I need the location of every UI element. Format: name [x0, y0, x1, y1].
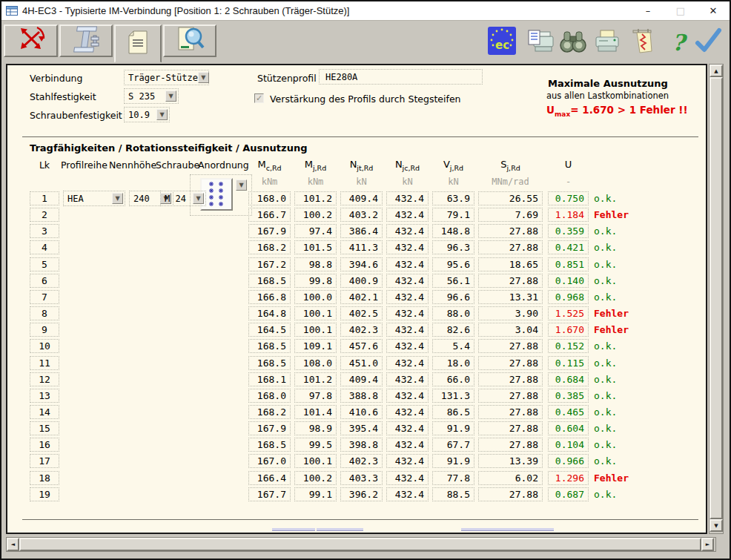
value-cell: 164.5 [248, 323, 291, 337]
binoculars-search-button[interactable] [558, 27, 589, 58]
confirm-button[interactable] [692, 27, 724, 58]
utilization-cell: 1.525 [548, 306, 589, 320]
value-cell: 99.1 [294, 487, 337, 501]
value-cell: 98.9 [294, 421, 337, 435]
value-cell: 168.0 [248, 389, 291, 403]
value-cell: 96.3 [432, 240, 474, 254]
row-number-cell[interactable]: 16 [30, 438, 59, 452]
help-button[interactable]: ? [663, 27, 694, 58]
clipped-text-fragment [317, 528, 363, 531]
scroll-right-button[interactable]: ► [701, 538, 714, 551]
value-cell: 167.9 [248, 224, 291, 238]
help-icon: ? [672, 30, 685, 56]
close-button[interactable]: ✕ [697, 1, 730, 20]
value-cell: 66.0 [432, 372, 474, 386]
utilization-cell: 1.184 [548, 208, 589, 222]
checkmark-icon [693, 27, 723, 58]
value-cell: 457.6 [340, 339, 383, 353]
value-cell: 432.4 [386, 323, 429, 337]
value-cell: 386.4 [340, 224, 383, 238]
row-number-cell[interactable]: 14 [30, 405, 59, 419]
value-cell: 18.0 [432, 356, 474, 370]
horizontal-scrollbar[interactable]: ◄ ► [6, 537, 716, 552]
row-number-cell[interactable]: 5 [30, 257, 59, 271]
scroll-left-button[interactable]: ◄ [7, 538, 19, 551]
beam-profile-button[interactable] [59, 24, 113, 57]
value-cell: 432.4 [386, 487, 429, 501]
app-window: 4H-EC3 - Typisierte IM-Verbindung [Posit… [0, 0, 731, 560]
value-cell: 403.2 [340, 208, 383, 222]
row-number-cell[interactable]: 17 [30, 454, 59, 468]
value-cell: 388.8 [340, 389, 383, 403]
utilization-cell: 0.750 [548, 191, 589, 205]
row-number-cell[interactable]: 19 [30, 487, 59, 501]
result-column-unit: - [542, 177, 595, 187]
status-label: o.k. [594, 225, 617, 237]
row-number-cell[interactable]: 15 [30, 421, 59, 435]
status-label: o.k. [594, 374, 617, 385]
value-cell: 3.90 [478, 306, 543, 320]
row-number-cell[interactable]: 7 [30, 290, 59, 304]
row-number-cell[interactable]: 6 [30, 274, 59, 288]
value-cell: 432.4 [386, 208, 429, 222]
value-cell: 409.4 [340, 372, 383, 386]
row-number-cell[interactable]: 18 [30, 471, 59, 485]
row-number-cell[interactable]: 9 [30, 323, 59, 337]
value-cell: 101.2 [294, 372, 337, 386]
scroll-down-button[interactable]: ▼ [710, 519, 723, 532]
scroll-up-button[interactable]: ▲ [710, 65, 723, 77]
status-label: o.k. [594, 275, 617, 286]
ec-text: ec [495, 39, 509, 52]
value-cell: 402.1 [340, 290, 383, 304]
protocol-notes-button[interactable] [627, 27, 658, 58]
value-cell: 26.55 [478, 191, 543, 205]
clipped-text-fragment [272, 528, 315, 531]
value-cell: 27.88 [478, 487, 543, 501]
result-column-header: Vj,Rd [432, 159, 474, 172]
utilization-cell: 0.684 [548, 372, 589, 386]
protocol-icon [628, 26, 658, 59]
vertical-scrollbar[interactable]: ▲ ▼ [709, 64, 724, 534]
row-number-cell[interactable]: 8 [30, 306, 59, 320]
value-cell: 27.88 [478, 240, 543, 254]
row-number-cell[interactable]: 10 [30, 339, 59, 353]
horizontal-scroll-thumb[interactable] [19, 538, 701, 551]
value-cell: 100.2 [294, 471, 337, 485]
status-label: o.k. [594, 259, 617, 270]
value-cell: 27.88 [478, 389, 543, 403]
copy-printout-button[interactable] [525, 27, 556, 58]
vertical-scroll-thumb[interactable] [710, 77, 723, 519]
results-document-button[interactable] [114, 24, 162, 63]
value-cell: 166.4 [248, 471, 291, 485]
printer-button[interactable] [592, 27, 623, 58]
value-cell: 101.5 [294, 240, 337, 254]
row-number-cell[interactable]: 13 [30, 389, 59, 403]
status-label: o.k. [594, 390, 617, 401]
row-number-cell[interactable]: 11 [30, 356, 59, 370]
main-area: Verbindung Stahlfestigkeit Schraubenfest… [1, 62, 730, 559]
row-number-cell[interactable]: 2 [30, 208, 59, 222]
print-preview-button[interactable] [163, 24, 216, 57]
value-cell: 168.5 [248, 356, 291, 370]
utilization-cell: 0.465 [548, 405, 589, 419]
value-cell: 400.9 [340, 274, 383, 288]
row-number-cell[interactable]: 12 [30, 372, 59, 386]
value-cell: 403.3 [340, 471, 383, 485]
row-number-cell[interactable]: 1 [30, 191, 59, 205]
value-cell: 432.4 [386, 438, 429, 452]
row-number-cell[interactable]: 4 [30, 240, 59, 254]
value-cell: 148.8 [432, 224, 474, 238]
row-number-cell[interactable]: 3 [30, 224, 59, 238]
eurocode-button[interactable]: ec [486, 27, 517, 58]
value-cell: 97.8 [294, 389, 337, 403]
binoculars-icon [558, 26, 588, 59]
loads-arrows-button[interactable] [4, 24, 58, 57]
value-cell: 432.4 [386, 405, 429, 419]
magnifier-document-icon [174, 24, 205, 57]
value-cell: 27.88 [478, 339, 543, 353]
value-cell: 131.3 [432, 389, 474, 403]
minimize-button[interactable]: – [632, 1, 664, 20]
value-cell: 409.4 [340, 191, 383, 205]
value-cell: 100.2 [294, 208, 337, 222]
separator-bottom [22, 519, 698, 520]
